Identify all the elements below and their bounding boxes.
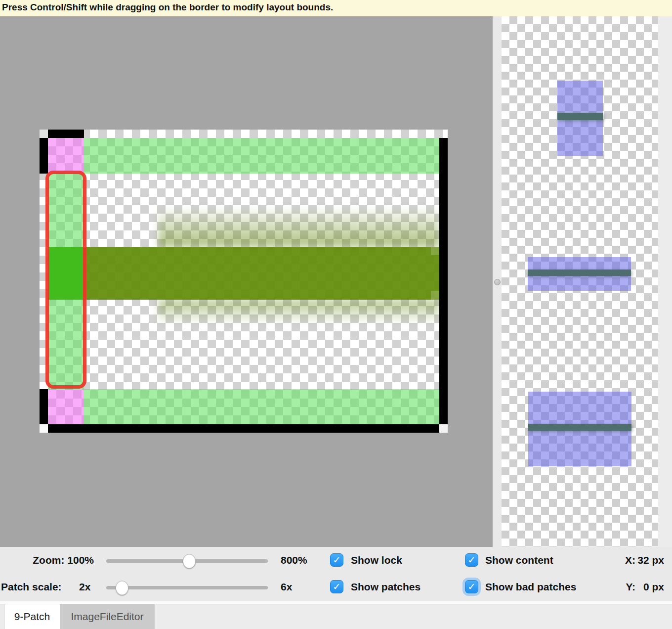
show-bad-patches-checkbox[interactable]: ✓ [465,580,478,593]
preview-divider-line [528,424,631,431]
preview-divider-line [557,113,603,120]
cursor-y-value: 0 px [635,581,664,593]
cursor-x-value: 32 px [635,554,664,566]
show-content-checkbox[interactable]: ✓ [465,553,478,567]
patch-scale-slider-thumb[interactable] [116,581,128,595]
show-lock-label[interactable]: Show lock [351,554,402,566]
bad-patch-outline [45,171,86,389]
hint-banner: Press Control/Shift while dragging on th… [0,0,672,16]
zoom-value: 100% [67,554,94,566]
preview-divider-line [528,270,631,276]
preview-stretched-tall [557,81,603,156]
cursor-x-readout: X: 32 px [625,554,664,566]
content-marker-pixel [431,291,439,300]
stretch-patch-bottom [84,389,439,424]
tab-9patch[interactable]: 9-Patch [4,604,60,629]
preview-stretched-large [528,392,631,466]
cursor-y-readout: Y: 0 px [626,581,664,593]
show-content-label[interactable]: Show content [485,554,553,566]
border-mark-top[interactable] [48,130,84,138]
corner-patch-top-left [48,138,84,174]
ninepatch-canvas[interactable] [40,130,448,433]
zoom-slider[interactable] [106,559,268,563]
preview-scroll-gutter[interactable] [658,16,672,547]
canvas-corner-bottom-left [40,424,48,433]
show-bad-patches-label[interactable]: Show bad patches [485,581,576,593]
border-mark-left-lower[interactable] [40,389,48,424]
preview-panel [502,16,658,547]
show-patches-checkbox[interactable]: ✓ [330,580,343,593]
zoom-label: Zoom: 100% [0,554,94,566]
bad-patch-haze-bottom [158,300,440,327]
show-lock-checkbox[interactable]: ✓ [330,553,343,567]
stretch-patch-top [84,138,439,174]
border-mark-right[interactable] [439,138,448,424]
content-marker-pixel [431,247,439,255]
border-mark-left-upper[interactable] [40,138,48,174]
checkmark-icon: ✓ [331,581,343,593]
zoom-max-label: 800% [281,554,307,566]
corner-patch-bottom-left [48,389,84,424]
patch-scale-max-label: 6x [281,581,292,593]
patch-scale-label: Patch scale: [1,581,62,593]
zoom-slider-thumb[interactable] [183,554,196,568]
canvas-corner-top-left [40,130,48,138]
bad-patch-haze-top [158,206,440,247]
border-mark-bottom[interactable] [48,424,439,433]
canvas-corner-bottom-right [439,424,448,433]
preview-stretched-wide [528,257,631,291]
checkmark-icon: ✓ [331,554,343,566]
panel-splitter[interactable] [493,16,502,547]
checkmark-icon: ✓ [465,581,478,593]
patch-scale-slider[interactable] [106,586,268,589]
editor-area [0,16,493,547]
control-bar: Zoom: 100% 800% ✓ Show lock ✓ Show conte… [0,547,672,601]
workspace [0,16,672,547]
splitter-handle-icon[interactable] [494,279,501,285]
tab-bar: 9-Patch ImageFileEditor [0,604,672,629]
hint-banner-text: Press Control/Shift while dragging on th… [2,2,333,13]
show-patches-label[interactable]: Show patches [351,581,420,593]
checkmark-icon: ✓ [465,554,478,566]
tab-imagefileeditor[interactable]: ImageFileEditor [60,604,155,629]
content-band-olive [48,247,439,300]
patch-scale-value: 2x [79,581,90,593]
